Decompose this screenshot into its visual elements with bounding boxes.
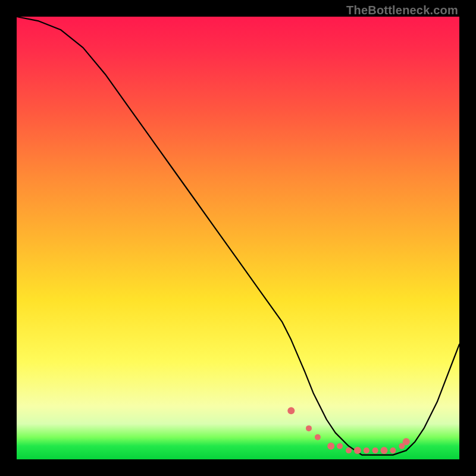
marker-dot <box>287 407 295 414</box>
chart-frame: TheBottleneck.com <box>0 0 476 476</box>
marker-dot <box>372 447 378 453</box>
marker-dot <box>346 447 352 453</box>
bottleneck-curve <box>17 17 459 455</box>
marker-dot <box>327 443 334 450</box>
marker-dot <box>306 425 312 431</box>
marker-dot <box>381 447 388 454</box>
marker-dot <box>403 438 410 445</box>
marker-dot <box>364 447 369 453</box>
marker-dot <box>315 434 321 440</box>
marker-dot <box>354 447 361 454</box>
chart-svg <box>17 17 459 459</box>
marker-dot <box>390 447 396 453</box>
optimal-range-markers <box>287 407 409 454</box>
marker-dot <box>337 443 343 449</box>
watermark-text: TheBottleneck.com <box>346 4 458 17</box>
chart-plot-area <box>17 17 459 459</box>
